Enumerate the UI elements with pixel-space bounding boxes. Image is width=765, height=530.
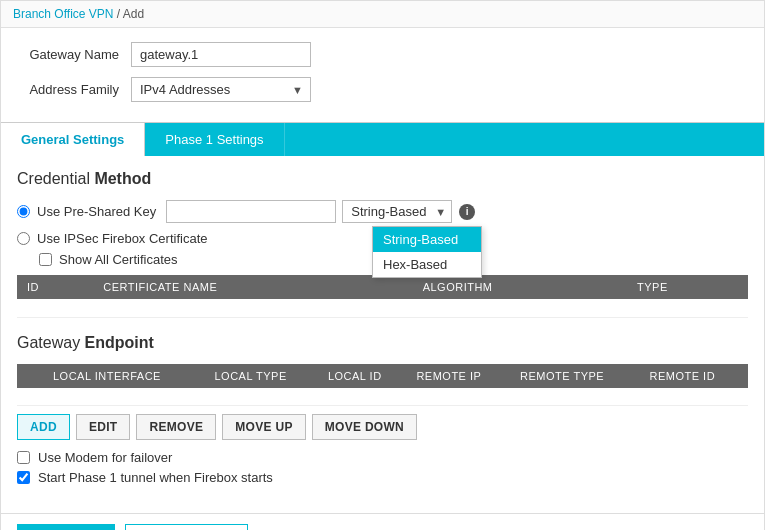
endpoint-col-check <box>17 364 47 388</box>
endpoint-col-remote-type: REMOTE TYPE <box>514 364 643 388</box>
ipsec-radio[interactable] <box>17 232 30 245</box>
move-down-button[interactable]: MOVE DOWN <box>312 414 417 440</box>
preshared-key-radio[interactable] <box>17 205 30 218</box>
remove-endpoint-button[interactable]: REMOVE <box>136 414 216 440</box>
address-family-row: Address Family IPv4 Addresses IPv6 Addre… <box>21 77 744 102</box>
breadcrumb-separator: / <box>117 7 120 21</box>
address-family-select[interactable]: IPv4 Addresses IPv6 Addresses <box>131 77 311 102</box>
cert-table-body <box>17 299 748 317</box>
cert-table: ID CERTIFICATE NAME ALGORITHM TYPE <box>17 275 748 318</box>
gateway-endpoint-title: Gateway Endpoint <box>17 334 748 352</box>
gateway-name-input[interactable] <box>131 42 311 67</box>
use-modem-label: Use Modem for failover <box>38 450 172 465</box>
tabs-bar: General Settings Phase 1 Settings <box>1 122 764 156</box>
content-area: Credential Method Use Pre-Shared Key Str… <box>1 156 764 513</box>
footer-buttons: SAVE CANCEL <box>1 513 764 530</box>
endpoint-col-remote-id: REMOTE ID <box>643 364 748 388</box>
cert-table-header: ID CERTIFICATE NAME ALGORITHM TYPE <box>17 275 748 299</box>
preshared-key-input[interactable] <box>166 200 336 223</box>
endpoint-col-local-type: LOCAL TYPE <box>208 364 321 388</box>
address-family-label: Address Family <box>21 82 131 97</box>
dropdown-option-hex[interactable]: Hex-Based <box>373 252 481 277</box>
form-header: Gateway Name Address Family IPv4 Address… <box>1 28 764 122</box>
endpoint-col-local-id: LOCAL ID <box>322 364 410 388</box>
breadcrumb: Branch Office VPN / Add <box>1 1 764 28</box>
preshared-key-label: Use Pre-Shared Key <box>37 204 156 219</box>
credential-section: Credential Method Use Pre-Shared Key Str… <box>17 170 748 318</box>
cancel-button[interactable]: CANCEL <box>125 524 247 530</box>
show-certs-label: Show All Certificates <box>59 252 178 267</box>
use-modem-row: Use Modem for failover <box>17 450 748 465</box>
endpoint-col-local-interface: LOCAL INTERFACE <box>47 364 208 388</box>
edit-endpoint-button[interactable]: EDIT <box>76 414 131 440</box>
gateway-name-row: Gateway Name <box>21 42 744 67</box>
start-phase1-row: Start Phase 1 tunnel when Firebox starts <box>17 470 748 485</box>
save-button[interactable]: SAVE <box>17 524 115 530</box>
endpoint-table-body <box>17 388 748 406</box>
show-certs-checkbox[interactable] <box>39 253 52 266</box>
tab-phase1-settings[interactable]: Phase 1 Settings <box>145 123 284 156</box>
cert-col-type: TYPE <box>627 275 748 299</box>
address-family-wrapper: IPv4 Addresses IPv6 Addresses ▼ <box>131 77 311 102</box>
gateway-name-label: Gateway Name <box>21 47 131 62</box>
endpoint-col-remote-ip: REMOTE IP <box>410 364 514 388</box>
dropdown-option-string[interactable]: String-Based <box>373 227 481 252</box>
cert-col-name: CERTIFICATE NAME <box>93 275 412 299</box>
string-based-dropdown: String-Based Hex-Based <box>372 226 482 278</box>
credential-title: Credential Method <box>17 170 748 188</box>
options-section: Use Modem for failover Start Phase 1 tun… <box>17 450 748 485</box>
string-based-select[interactable]: String-Based Hex-Based <box>342 200 452 223</box>
add-endpoint-button[interactable]: ADD <box>17 414 70 440</box>
endpoint-table: LOCAL INTERFACE LOCAL TYPE LOCAL ID REMO… <box>17 364 748 407</box>
cert-col-id: ID <box>17 275 93 299</box>
start-phase1-label: Start Phase 1 tunnel when Firebox starts <box>38 470 273 485</box>
endpoint-table-header: LOCAL INTERFACE LOCAL TYPE LOCAL ID REMO… <box>17 364 748 388</box>
endpoint-table-empty-row <box>17 388 748 406</box>
cert-table-empty-row <box>17 299 748 317</box>
breadcrumb-parent[interactable]: Branch Office VPN <box>13 7 114 21</box>
preshared-key-row: Use Pre-Shared Key String-Based Hex-Base… <box>17 200 748 223</box>
use-modem-checkbox[interactable] <box>17 451 30 464</box>
tab-general-settings[interactable]: General Settings <box>1 123 145 156</box>
string-based-wrapper: String-Based Hex-Based ▼ <box>342 200 452 223</box>
page-wrapper: Branch Office VPN / Add Gateway Name Add… <box>0 0 765 530</box>
info-icon[interactable]: i <box>459 204 475 220</box>
gateway-endpoint-section: Gateway Endpoint LOCAL INTERFACE LOCAL T… <box>17 334 748 486</box>
endpoint-buttons: ADD EDIT REMOVE MOVE UP MOVE DOWN <box>17 414 748 440</box>
breadcrumb-current: Add <box>123 7 144 21</box>
move-up-button[interactable]: MOVE UP <box>222 414 305 440</box>
cert-col-algorithm: ALGORITHM <box>413 275 627 299</box>
ipsec-label: Use IPSec Firebox Certificate <box>37 231 208 246</box>
start-phase1-checkbox[interactable] <box>17 471 30 484</box>
